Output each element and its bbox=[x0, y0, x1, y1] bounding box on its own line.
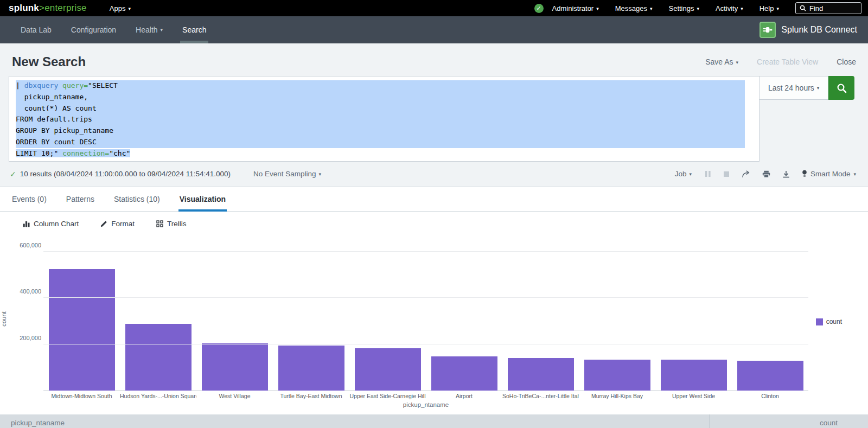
logo-gt-glyph: > bbox=[39, 3, 44, 13]
time-range-picker[interactable]: Last 24 hours▾ bbox=[760, 76, 828, 100]
settings-menu[interactable]: Settings▾ bbox=[669, 4, 700, 12]
save-as-button[interactable]: Save As▾ bbox=[705, 58, 738, 66]
y-tick-label: 600,000 bbox=[20, 242, 41, 248]
messages-menu[interactable]: Messages▾ bbox=[615, 4, 653, 12]
x-axis-label: Hudson Yards-...-Union Square bbox=[120, 393, 196, 399]
chart-bar[interactable] bbox=[355, 348, 421, 391]
stop-job-icon[interactable] bbox=[723, 171, 730, 177]
health-status-icon[interactable]: ✓ bbox=[534, 4, 544, 13]
find-search-input[interactable]: Find bbox=[795, 2, 861, 14]
chart-bar[interactable] bbox=[431, 356, 497, 391]
nav-item-data-lab[interactable]: Data Lab bbox=[11, 16, 61, 43]
query-line: LIMIT 10;" connection="chc" bbox=[16, 148, 752, 159]
splunk-window: splunk>enterprise Apps▾ ✓ Administrator▾… bbox=[0, 0, 868, 428]
search-query-editor[interactable]: | dbxquery query="SELECT pickup_ntaname,… bbox=[9, 76, 760, 162]
x-axis-label: Upper East Side-Carnegie Hill bbox=[349, 393, 426, 399]
trellis-button[interactable]: Trellis bbox=[156, 220, 187, 228]
event-sampling-menu[interactable]: No Event Sampling▾ bbox=[253, 170, 321, 178]
column-divider bbox=[709, 414, 710, 428]
gridline bbox=[43, 251, 808, 252]
chevron-down-icon: ▾ bbox=[161, 27, 163, 33]
format-button[interactable]: Format bbox=[100, 220, 135, 228]
share-job-icon[interactable] bbox=[742, 170, 750, 178]
spacer bbox=[0, 408, 868, 414]
column-chart: count 200,000400,000600,000 Midtown-Midt… bbox=[0, 235, 868, 408]
logo-enterprise-text: enterprise bbox=[44, 3, 87, 13]
pause-job-icon[interactable] bbox=[705, 170, 711, 177]
results-tab-bar: Events (0) Patterns Statistics (10) Visu… bbox=[0, 187, 868, 212]
help-menu[interactable]: Help▾ bbox=[760, 4, 779, 12]
legend-swatch bbox=[816, 318, 823, 325]
search-icon bbox=[837, 83, 847, 93]
x-axis-label: Airport bbox=[426, 393, 502, 399]
x-axis-label: West Village bbox=[196, 393, 273, 399]
lightbulb-icon bbox=[802, 170, 807, 178]
nav-item-health[interactable]: Health▾ bbox=[126, 16, 173, 43]
search-button[interactable] bbox=[828, 76, 854, 100]
query-line: | dbxquery query="SELECT bbox=[16, 80, 745, 92]
chart-type-picker[interactable]: Column Chart bbox=[23, 220, 79, 228]
y-axis-ticks: 200,000400,000600,000 bbox=[2, 244, 41, 391]
x-axis-label: SoHo-TriBeCa-...nter-Little Italy bbox=[502, 393, 579, 399]
legend-label: count bbox=[826, 318, 842, 325]
apps-menu[interactable]: Apps▾ bbox=[110, 4, 131, 12]
x-axis-label: Upper West Side bbox=[655, 393, 732, 399]
gridline bbox=[43, 297, 808, 298]
administrator-menu[interactable]: Administrator▾ bbox=[552, 4, 599, 12]
job-status-bar: ✓ 10 results (08/04/2024 11:00:00.000 to… bbox=[0, 162, 868, 187]
chart-bar[interactable] bbox=[202, 343, 268, 391]
chart-bar[interactable] bbox=[278, 346, 344, 391]
chart-bar[interactable] bbox=[125, 324, 192, 391]
chevron-down-icon: ▾ bbox=[817, 85, 820, 91]
chart-bar[interactable] bbox=[508, 358, 574, 391]
trellis-grid-icon bbox=[156, 220, 163, 227]
tab-statistics[interactable]: Statistics (10) bbox=[113, 187, 161, 211]
chart-bar[interactable] bbox=[737, 361, 803, 391]
x-axis-title: pickup_ntaname bbox=[43, 401, 808, 408]
chevron-down-icon: ▾ bbox=[697, 6, 699, 11]
nav-item-configuration[interactable]: Configuration bbox=[61, 16, 126, 43]
x-axis-labels: Midtown-Midtown SouthHudson Yards-...-Un… bbox=[43, 393, 808, 399]
table-col-pickup-ntaname[interactable]: pickup_ntaname bbox=[11, 419, 65, 427]
close-button[interactable]: Close bbox=[837, 58, 856, 66]
query-line: FROM default.trips bbox=[16, 114, 745, 125]
page-title: New Search bbox=[12, 54, 86, 69]
create-table-view-button[interactable]: Create Table View bbox=[757, 58, 818, 66]
tab-patterns[interactable]: Patterns bbox=[65, 187, 95, 211]
query-line: ORDER BY count DESC bbox=[16, 137, 745, 148]
db-connect-plug-icon[interactable] bbox=[760, 22, 776, 38]
x-axis-label: Midtown-Midtown South bbox=[43, 393, 120, 399]
table-col-count[interactable]: count bbox=[820, 419, 838, 427]
chevron-down-icon: ▾ bbox=[319, 171, 322, 177]
chevron-down-icon: ▾ bbox=[776, 6, 779, 11]
x-axis-label: Murray Hill-Kips Bay bbox=[579, 393, 655, 399]
query-line: count(*) AS count bbox=[16, 103, 745, 114]
query-line: GROUP BY pickup_ntaname bbox=[16, 125, 745, 137]
chart-bar[interactable] bbox=[584, 360, 650, 391]
chevron-down-icon: ▾ bbox=[853, 171, 856, 177]
tab-visualization[interactable]: Visualization bbox=[178, 187, 227, 211]
tab-events[interactable]: Events (0) bbox=[11, 187, 48, 211]
nav-item-search[interactable]: Search bbox=[173, 16, 216, 43]
chevron-down-icon: ▾ bbox=[741, 6, 743, 11]
x-axis-label: Turtle Bay-East Midtown bbox=[273, 393, 349, 399]
job-menu[interactable]: Job▾ bbox=[675, 170, 692, 178]
chart-legend[interactable]: count bbox=[816, 318, 842, 325]
print-icon[interactable] bbox=[762, 170, 770, 178]
chart-bar[interactable] bbox=[661, 360, 727, 391]
job-done-check-icon: ✓ bbox=[10, 170, 16, 178]
chart-plot-area bbox=[43, 244, 808, 391]
splunk-enterprise-logo[interactable]: splunk>enterprise bbox=[9, 3, 87, 14]
chart-bar[interactable] bbox=[49, 269, 115, 391]
chevron-down-icon: ▾ bbox=[736, 60, 739, 65]
top-system-bar: splunk>enterprise Apps▾ ✓ Administrator▾… bbox=[0, 0, 868, 16]
chevron-down-icon: ▾ bbox=[128, 6, 131, 11]
app-nav-bar: Data Lab Configuration Health▾ Search Sp… bbox=[0, 16, 868, 43]
search-section: New Search Save As▾ Create Table View Cl… bbox=[0, 43, 868, 187]
activity-menu[interactable]: Activity▾ bbox=[716, 4, 743, 12]
results-summary: 10 results (08/04/2024 11:00:00.000 to 0… bbox=[20, 170, 231, 178]
export-download-icon[interactable] bbox=[782, 170, 790, 178]
column-chart-icon bbox=[23, 220, 30, 227]
search-mode-menu[interactable]: Smart Mode▾ bbox=[802, 170, 856, 178]
find-placeholder: Find bbox=[809, 4, 823, 12]
